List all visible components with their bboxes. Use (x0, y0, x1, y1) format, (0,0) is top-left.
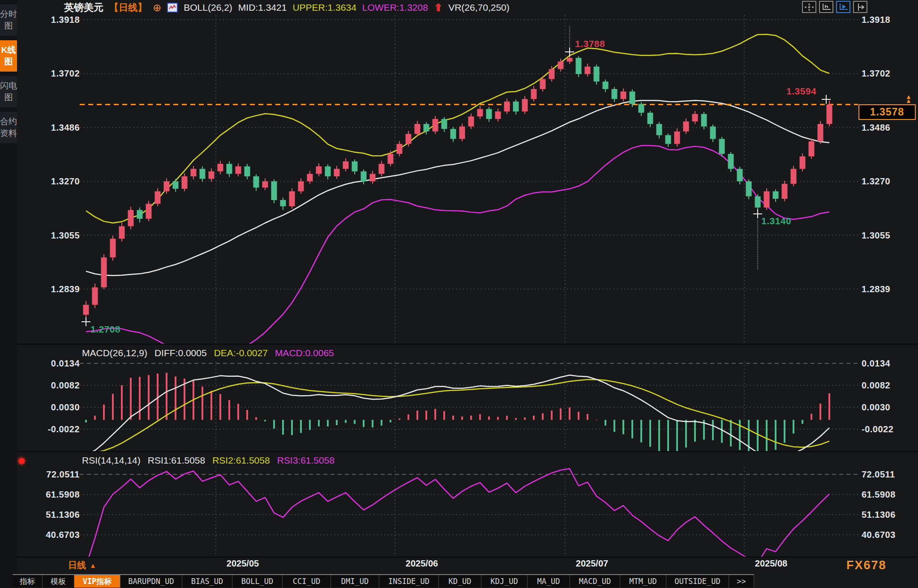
axis-play-icon[interactable] (836, 1, 850, 13)
period-selector[interactable]: 日线▲ (68, 559, 96, 571)
macd-axis-label: 0.0030 (23, 402, 80, 413)
price-axis-label: 1.3270 (23, 176, 80, 187)
sidebar-item-1[interactable]: 分时图 (0, 4, 17, 36)
macd-axis-label: 0.0082 (862, 380, 918, 391)
price-axis-label: 1.3486 (862, 122, 918, 132)
boll-lower-value: LOWER:1.3208 (362, 2, 428, 13)
price-axis-label: 1.2839 (862, 284, 918, 294)
macd-diff-value: DIFF:0.0005 (154, 348, 207, 358)
mini-chart-icon[interactable] (167, 3, 178, 13)
tab-BARUPDN_UD[interactable]: BARUPDN_UD (120, 575, 182, 588)
recent-high-marker (822, 95, 831, 104)
swing-high-label: 1.3788 (575, 38, 605, 49)
up-arrow-icon: ⬆ (434, 2, 442, 14)
price-axis-label: 1.3918 (23, 15, 80, 25)
macd-dea-value: DEA:-0.0027 (214, 348, 268, 358)
panel-divider (0, 344, 918, 345)
rsi1-value: RSI1:61.5058 (148, 455, 205, 466)
tab-OUTSIDE_UD[interactable]: OUTSIDE_UD (666, 575, 729, 588)
chart-toolbar (802, 1, 867, 13)
recent-high-label: 1.3594 (786, 86, 816, 97)
rsi2-value: RSI2:61.5058 (212, 455, 270, 466)
panel-divider (0, 451, 918, 452)
boll-upper-value: UPPER:1.3634 (292, 2, 356, 13)
tab-BIAS_UD[interactable]: BIAS_UD (182, 575, 232, 588)
panel-divider (0, 557, 918, 558)
indicator-tabbar: 指标模板VIP指标BARUPDN_UDBIAS_UDBOLL_UDCCI_UDD… (13, 574, 754, 588)
tab-BOLL_UD[interactable]: BOLL_UD (232, 575, 283, 588)
month-label-2025/08: 2025/08 (744, 558, 798, 569)
tab-KD_UD[interactable]: KD_UD (439, 575, 481, 588)
tab-MA_UD[interactable]: MA_UD (528, 575, 570, 588)
macd-axis-label: -0.0022 (862, 424, 918, 435)
rsi-axis-label: 72.0511 (23, 469, 80, 480)
rsi-axis-label: 61.5908 (23, 490, 80, 500)
rsi-axis-label: 61.5908 (862, 490, 918, 500)
triangle-up-icon: ▲ (90, 562, 96, 569)
sidebar-item-2[interactable]: K线图 (0, 40, 17, 72)
price-axis-label: 1.3702 (862, 68, 918, 79)
current-price-box: 1.3578 (858, 104, 916, 120)
price-axis-label: 1.2839 (23, 284, 80, 294)
rsi3-value: RSI3:61.5058 (277, 455, 335, 466)
alert-sun-icon[interactable]: ✸ (17, 455, 26, 468)
rsi-axis-label: 51.1306 (23, 510, 80, 520)
price-axis-label: 1.3055 (23, 230, 80, 240)
tab-VIP指标[interactable]: VIP指标 (74, 575, 120, 588)
period-tag: 【日线】 (109, 1, 147, 14)
symbol-name: 英镑美元 (64, 1, 103, 14)
trading-terminal: 分时图K线图闪电图合约资料 ✸ 英镑美元 【日线】 ⊕ BOLL(26,2) M… (0, 0, 918, 588)
rsi-name: RSI(14,14,14) (82, 455, 141, 466)
axis-shift-icon[interactable] (853, 1, 867, 13)
price-anchor-icon[interactable]: ▲▲ (905, 95, 912, 103)
axis-scale-icon[interactable] (819, 1, 833, 13)
macd-axis-label: 0.0134 (862, 358, 918, 369)
macd-axis-label: 0.0082 (23, 380, 80, 391)
apr-low-label: 1.2708 (90, 324, 120, 335)
month-label-2025/06: 2025/06 (395, 558, 449, 569)
price-axis-label: 1.3702 (23, 68, 80, 79)
month-label-2025/07: 2025/07 (565, 558, 619, 569)
add-indicator-icon[interactable]: ⊕ (153, 3, 161, 12)
tab-模板[interactable]: 模板 (43, 575, 74, 588)
month-label-2025/05: 2025/05 (216, 558, 270, 569)
period-label: 日线 (68, 559, 86, 571)
low-guide-line (757, 220, 758, 269)
price-axis-label: 1.3055 (862, 230, 918, 240)
aug-low-label: 1.3140 (761, 216, 791, 226)
sidebar: 分时图K线图闪电图合约资料 (0, 0, 17, 588)
chart-header: 英镑美元 【日线】 ⊕ BOLL(26,2) MID:1.3421 UPPER:… (64, 1, 510, 14)
sidebar-item-3[interactable]: 闪电图 (0, 76, 17, 107)
rsi-axis-label: 40.6703 (23, 530, 80, 540)
tab-DMI_UD[interactable]: DMI_UD (331, 575, 379, 588)
vr-label: VR(26,70,250) (448, 2, 510, 13)
price-axis-label: 1.3486 (23, 122, 80, 132)
tab-MACD_UD[interactable]: MACD_UD (570, 575, 620, 588)
boll-mid-value: MID:1.3421 (238, 2, 287, 13)
sidebar-item-4[interactable]: 合约资料 (0, 112, 17, 143)
macd-name: MACD(26,12,9) (82, 348, 147, 358)
price-axis-label: 1.3270 (862, 176, 918, 187)
tab-INSIDE_UD[interactable]: INSIDE_UD (379, 575, 439, 588)
swing-high-marker (565, 47, 574, 56)
macd-axis-label: 0.0134 (23, 358, 80, 369)
tab-CCI_UD[interactable]: CCI_UD (283, 575, 331, 588)
tab->>[interactable]: >> (729, 575, 754, 588)
chart-canvas[interactable] (0, 0, 918, 588)
tab-MTM_UD[interactable]: MTM_UD (620, 575, 666, 588)
macd-macd-value: MACD:0.0065 (275, 348, 334, 358)
apr-low-marker (82, 317, 90, 326)
macd-axis-label: 0.0030 (862, 402, 918, 413)
rsi-axis-label: 51.1306 (862, 510, 918, 520)
high-guide-line (569, 26, 570, 47)
tab-KDJ_UD[interactable]: KDJ_UD (481, 575, 528, 588)
tab-指标[interactable]: 指标 (13, 575, 43, 588)
rsi-axis-label: 40.6703 (862, 530, 918, 540)
rsi-axis-label: 72.0511 (862, 469, 918, 480)
watermark: FX678 (846, 558, 887, 572)
move-icon[interactable] (802, 1, 816, 13)
aug-low-marker (753, 209, 762, 218)
price-axis-label: 1.3918 (862, 15, 918, 25)
macd-header: MACD(26,12,9) DIFF:0.0005 DEA:-0.0027 MA… (82, 347, 334, 359)
boll-label: BOLL(26,2) (184, 2, 232, 13)
